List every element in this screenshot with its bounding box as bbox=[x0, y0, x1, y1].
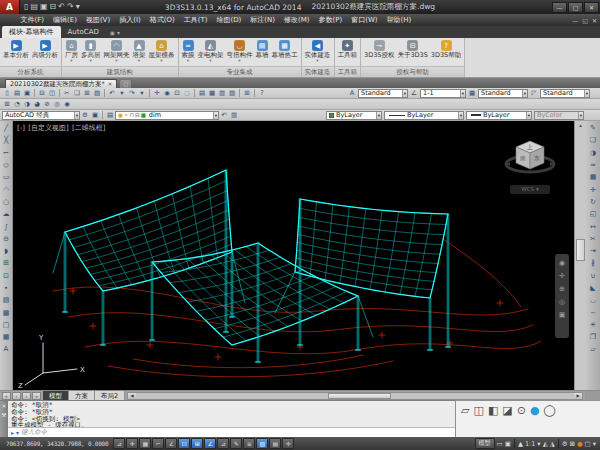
arc-icon[interactable]: ◠ bbox=[1, 183, 12, 195]
application-menu-button[interactable]: A bbox=[0, 0, 20, 14]
layer-freeze-icon[interactable]: ☀ bbox=[124, 111, 129, 119]
new-icon[interactable]: ▯ bbox=[2, 88, 12, 98]
chevron-down-icon[interactable]: ▾ bbox=[213, 112, 218, 119]
polyline-icon[interactable]: ⌐ bbox=[1, 147, 12, 159]
menu-view[interactable]: 视图(V) bbox=[81, 14, 114, 26]
3d-model-canvas[interactable]: YXZ bbox=[13, 121, 574, 390]
dynamic-input-toggle[interactable]: ✎ bbox=[230, 438, 242, 449]
zoom-window-icon[interactable]: ⊡ bbox=[172, 88, 182, 98]
vs-conceptual-icon[interactable]: ⊙ bbox=[517, 404, 526, 417]
toolbar-lock-icon[interactable]: ⊠ bbox=[569, 440, 574, 448]
tab-layout2[interactable]: 布局2 bbox=[95, 391, 125, 401]
trim-icon[interactable]: ✂ bbox=[588, 233, 599, 245]
polygon-icon[interactable]: ◇ bbox=[1, 159, 12, 171]
qat-plot-icon[interactable]: ⊟ bbox=[50, 0, 57, 14]
pan-icon[interactable]: ✛ bbox=[152, 88, 162, 98]
multiline-text-icon[interactable]: A bbox=[1, 343, 12, 355]
ribbon-options-icon[interactable]: ◉ ▾ bbox=[110, 27, 120, 38]
qat-redo-icon[interactable]: ↷ bbox=[67, 0, 74, 14]
maximize-button[interactable]: ▢ bbox=[568, 2, 583, 13]
table-style-combo[interactable]: Standard▾ bbox=[478, 89, 528, 98]
qat-new-icon[interactable]: ▯ bbox=[24, 0, 28, 14]
ribbon-tab-module-curtainwall[interactable]: 模块-幕墙构件 bbox=[2, 26, 61, 38]
scroll-left-icon[interactable]: ◀ bbox=[128, 393, 136, 399]
qat-customize-icon[interactable]: ▾ bbox=[76, 0, 80, 14]
view-control[interactable]: [自定义视图] bbox=[28, 124, 68, 132]
vs-xray-icon[interactable]: ◯ bbox=[544, 404, 556, 417]
about-button[interactable]: ⊟关于3D3S bbox=[396, 39, 428, 59]
chevron-down-icon[interactable]: ▾ bbox=[74, 112, 79, 119]
clean-screen-icon[interactable]: ▢ bbox=[585, 440, 591, 448]
match-properties-icon[interactable]: ▨ bbox=[92, 88, 102, 98]
constrained-orbit-icon[interactable]: ◔ bbox=[12, 99, 22, 109]
chevron-down-icon[interactable]: ▾ bbox=[537, 440, 540, 448]
hatch-icon[interactable]: ▨ bbox=[1, 294, 12, 306]
chevron-down-icon[interactable]: ▾ bbox=[402, 90, 407, 97]
menu-parametric[interactable]: 参数(P) bbox=[314, 14, 347, 26]
workspace-switching-icon[interactable]: ⚙ bbox=[562, 440, 568, 448]
polar-tracking-toggle[interactable]: ∠ bbox=[165, 438, 177, 449]
object-snap-toggle[interactable]: ⊡ bbox=[178, 438, 190, 449]
layer-plot-icon[interactable]: ⊟ bbox=[135, 111, 140, 119]
transparency-toggle[interactable]: ▧ bbox=[256, 438, 268, 449]
close-button[interactable]: ✕ bbox=[584, 2, 599, 13]
text-style-combo[interactable]: Standard▾ bbox=[358, 89, 408, 98]
ellipse-arc-icon[interactable]: ◗ bbox=[1, 245, 12, 257]
ungroup-icon[interactable]: ▱ bbox=[588, 343, 599, 355]
properties-icon[interactable]: ▤ bbox=[197, 88, 207, 98]
model-space-button[interactable]: 模型 bbox=[475, 438, 495, 449]
orbit-tool-icon[interactable]: ◎ bbox=[559, 298, 565, 306]
new-drawing-tab-button[interactable]: ▢ bbox=[120, 80, 131, 88]
sheet-set-icon[interactable]: ▧ bbox=[227, 88, 237, 98]
break-icon[interactable]: ∦ bbox=[588, 257, 599, 269]
construction-line-icon[interactable]: ╳ bbox=[1, 134, 12, 146]
menu-insert[interactable]: 插入(I) bbox=[115, 14, 146, 26]
chevron-down-icon[interactable]: ▾ bbox=[526, 112, 531, 119]
blend-icon[interactable]: ∼ bbox=[588, 306, 599, 318]
advanced-analysis-button[interactable]: ▶高级分析 bbox=[31, 39, 59, 59]
help-button[interactable]: ?3D3S帮助 bbox=[430, 39, 462, 59]
redo-dropdown-icon[interactable]: ▾ bbox=[137, 88, 147, 98]
menu-edit[interactable]: 编辑(E) bbox=[49, 14, 82, 26]
viewcube-left-face[interactable]: 南 bbox=[520, 154, 526, 161]
linetype-combo[interactable]: ByLayer▾ bbox=[384, 111, 464, 120]
mirror-icon[interactable]: ◑ bbox=[588, 147, 599, 159]
vertical-scrollbar-thumb[interactable] bbox=[576, 239, 585, 261]
designcenter-icon[interactable]: ▦ bbox=[207, 88, 217, 98]
group-icon[interactable]: ❒ bbox=[588, 331, 599, 343]
layer-lock-icon[interactable]: ⊓ bbox=[130, 111, 134, 119]
save-workspace-icon[interactable]: ▣ bbox=[90, 110, 100, 120]
3d-object-snap-toggle[interactable]: ⊞ bbox=[191, 438, 203, 449]
highrise-button[interactable]: ▮多高层▾ bbox=[80, 39, 102, 63]
viewport-menu-control[interactable]: [-] bbox=[17, 124, 25, 132]
menu-dimension[interactable]: 标注(N) bbox=[246, 14, 280, 26]
help-icon[interactable]: ? bbox=[257, 88, 267, 98]
quick-view-layouts-icon[interactable]: ▭ bbox=[497, 440, 503, 448]
make-block-icon[interactable]: ⊡ bbox=[1, 270, 12, 282]
showmotion-icon[interactable]: ▣ bbox=[559, 311, 566, 319]
toolbox-button[interactable]: ✦工具箱 bbox=[337, 39, 359, 59]
lineweight-toggle[interactable]: ≡ bbox=[243, 438, 255, 449]
doc-close-button[interactable]: ✕ bbox=[592, 17, 597, 24]
vs-hidden-icon[interactable]: ◧ bbox=[488, 404, 498, 417]
viewcube-right-face[interactable]: 东 bbox=[534, 154, 540, 161]
color-combo[interactable]: ByLayer▾ bbox=[326, 111, 382, 120]
point-icon[interactable]: ∙ bbox=[1, 282, 12, 294]
zoom-previous-icon[interactable]: ◌ bbox=[182, 88, 192, 98]
ellipse-icon[interactable]: ⊖ bbox=[1, 233, 12, 245]
curtain-wall-button[interactable]: ▤幕墙 bbox=[255, 39, 270, 59]
annotation-scale-icon[interactable]: ▲ bbox=[518, 440, 523, 448]
cable-membrane-button[interactable]: ≈索膜▾ bbox=[181, 39, 196, 63]
chevron-down-icon[interactable]: ▾ bbox=[522, 90, 527, 97]
offset-icon[interactable]: ≈ bbox=[588, 159, 599, 171]
layer-properties-icon[interactable]: ▤ bbox=[105, 110, 115, 120]
pan-tool-icon[interactable]: ✛ bbox=[559, 272, 565, 280]
continuous-orbit-icon[interactable]: ◕ bbox=[32, 99, 42, 109]
curved-member-button[interactable]: ◡弯扭构件▾ bbox=[226, 39, 254, 63]
command-close-icon[interactable]: ✕ bbox=[2, 403, 7, 409]
layer-on-icon[interactable]: ● bbox=[118, 111, 123, 119]
vs-realistic-icon[interactable]: ◪ bbox=[502, 404, 512, 417]
menu-format[interactable]: 格式(O) bbox=[145, 14, 179, 26]
zoom-realtime-icon[interactable]: ◉ bbox=[162, 88, 172, 98]
save-icon[interactable]: ▣ bbox=[22, 88, 32, 98]
